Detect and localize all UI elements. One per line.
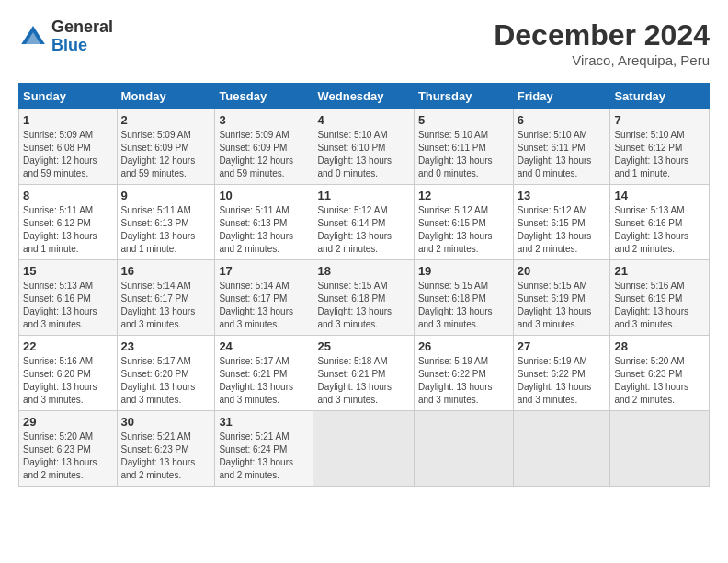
calendar-day-cell: 17Sunrise: 5:14 AM Sunset: 6:17 PM Dayli…	[215, 260, 313, 336]
day-number: 22	[23, 339, 113, 353]
day-info: Sunrise: 5:10 AM Sunset: 6:12 PM Dayligh…	[614, 129, 705, 180]
day-info: Sunrise: 5:10 AM Sunset: 6:10 PM Dayligh…	[317, 129, 409, 180]
day-number: 12	[418, 189, 509, 202]
calendar-day-cell	[414, 411, 513, 487]
day-number: 2	[121, 113, 211, 127]
day-number: 16	[121, 264, 211, 278]
logo-text: General Blue	[51, 18, 113, 55]
calendar-day-cell: 9Sunrise: 5:11 AM Sunset: 6:13 PM Daylig…	[117, 185, 215, 260]
day-info: Sunrise: 5:12 AM Sunset: 6:15 PM Dayligh…	[518, 204, 607, 256]
day-number: 5	[418, 113, 509, 127]
day-info: Sunrise: 5:16 AM Sunset: 6:20 PM Dayligh…	[23, 355, 113, 407]
logo: General Blue	[18, 18, 113, 55]
calendar-day-cell: 1Sunrise: 5:09 AM Sunset: 6:08 PM Daylig…	[19, 109, 118, 185]
calendar-day-cell: 25Sunrise: 5:18 AM Sunset: 6:21 PM Dayli…	[313, 336, 414, 411]
day-info: Sunrise: 5:21 AM Sunset: 6:24 PM Dayligh…	[219, 431, 309, 482]
day-of-week-header: Wednesday	[313, 84, 414, 109]
calendar-table: SundayMondayTuesdayWednesdayThursdayFrid…	[18, 83, 710, 487]
calendar-day-cell: 27Sunrise: 5:19 AM Sunset: 6:22 PM Dayli…	[513, 336, 610, 411]
day-number: 1	[23, 113, 113, 127]
day-number: 26	[418, 339, 509, 353]
calendar-day-cell: 12Sunrise: 5:12 AM Sunset: 6:15 PM Dayli…	[414, 185, 513, 260]
calendar-day-cell	[513, 411, 610, 487]
day-number: 11	[317, 189, 409, 202]
day-info: Sunrise: 5:11 AM Sunset: 6:12 PM Dayligh…	[23, 204, 113, 256]
calendar-day-cell: 15Sunrise: 5:13 AM Sunset: 6:16 PM Dayli…	[19, 260, 118, 336]
day-info: Sunrise: 5:13 AM Sunset: 6:16 PM Dayligh…	[23, 280, 113, 331]
calendar-day-cell: 26Sunrise: 5:19 AM Sunset: 6:22 PM Dayli…	[414, 336, 513, 411]
calendar-day-cell: 4Sunrise: 5:10 AM Sunset: 6:10 PM Daylig…	[313, 109, 414, 185]
calendar-day-cell: 2Sunrise: 5:09 AM Sunset: 6:09 PM Daylig…	[117, 109, 215, 185]
calendar-day-cell	[313, 411, 414, 487]
day-number: 15	[23, 264, 113, 278]
day-of-week-header: Friday	[513, 84, 610, 109]
calendar-day-cell: 20Sunrise: 5:15 AM Sunset: 6:19 PM Dayli…	[513, 260, 610, 336]
location: Viraco, Arequipa, Peru	[494, 52, 710, 68]
day-number: 20	[518, 264, 607, 278]
calendar-day-cell: 23Sunrise: 5:17 AM Sunset: 6:20 PM Dayli…	[117, 336, 215, 411]
day-number: 27	[518, 339, 607, 353]
day-info: Sunrise: 5:14 AM Sunset: 6:17 PM Dayligh…	[121, 280, 211, 331]
day-info: Sunrise: 5:20 AM Sunset: 6:23 PM Dayligh…	[614, 355, 705, 407]
day-number: 9	[121, 189, 211, 202]
calendar-day-cell: 24Sunrise: 5:17 AM Sunset: 6:21 PM Dayli…	[215, 336, 313, 411]
day-info: Sunrise: 5:11 AM Sunset: 6:13 PM Dayligh…	[219, 204, 309, 256]
day-info: Sunrise: 5:15 AM Sunset: 6:18 PM Dayligh…	[317, 280, 409, 331]
day-info: Sunrise: 5:15 AM Sunset: 6:18 PM Dayligh…	[418, 280, 509, 331]
day-number: 31	[219, 415, 309, 429]
day-number: 21	[614, 264, 705, 278]
title-block: December 2024 Viraco, Arequipa, Peru	[494, 18, 710, 68]
day-info: Sunrise: 5:11 AM Sunset: 6:13 PM Dayligh…	[121, 204, 211, 256]
calendar-day-cell: 28Sunrise: 5:20 AM Sunset: 6:23 PM Dayli…	[610, 336, 710, 411]
calendar-day-cell: 14Sunrise: 5:13 AM Sunset: 6:16 PM Dayli…	[610, 185, 710, 260]
calendar-day-cell	[610, 411, 710, 487]
calendar-body: 1Sunrise: 5:09 AM Sunset: 6:08 PM Daylig…	[19, 109, 710, 487]
day-info: Sunrise: 5:17 AM Sunset: 6:20 PM Dayligh…	[121, 355, 211, 407]
calendar-week-row: 29Sunrise: 5:20 AM Sunset: 6:23 PM Dayli…	[19, 411, 710, 487]
calendar-week-row: 1Sunrise: 5:09 AM Sunset: 6:08 PM Daylig…	[19, 109, 710, 185]
day-number: 13	[518, 189, 607, 202]
calendar-day-cell: 31Sunrise: 5:21 AM Sunset: 6:24 PM Dayli…	[215, 411, 313, 487]
day-of-week-header: Tuesday	[215, 84, 313, 109]
day-info: Sunrise: 5:10 AM Sunset: 6:11 PM Dayligh…	[418, 129, 509, 180]
day-number: 7	[614, 113, 705, 127]
day-info: Sunrise: 5:17 AM Sunset: 6:21 PM Dayligh…	[219, 355, 309, 407]
day-number: 29	[23, 415, 113, 429]
calendar-day-cell: 19Sunrise: 5:15 AM Sunset: 6:18 PM Dayli…	[414, 260, 513, 336]
day-number: 14	[614, 189, 705, 202]
day-info: Sunrise: 5:10 AM Sunset: 6:11 PM Dayligh…	[518, 129, 607, 180]
day-number: 8	[23, 189, 113, 202]
day-number: 10	[219, 189, 309, 202]
day-info: Sunrise: 5:19 AM Sunset: 6:22 PM Dayligh…	[518, 355, 607, 407]
calendar-day-cell: 13Sunrise: 5:12 AM Sunset: 6:15 PM Dayli…	[513, 185, 610, 260]
day-of-week-header: Sunday	[19, 84, 118, 109]
day-number: 28	[614, 339, 705, 353]
calendar-day-cell: 30Sunrise: 5:21 AM Sunset: 6:23 PM Dayli…	[117, 411, 215, 487]
calendar-day-cell: 3Sunrise: 5:09 AM Sunset: 6:09 PM Daylig…	[215, 109, 313, 185]
calendar-day-cell: 11Sunrise: 5:12 AM Sunset: 6:14 PM Dayli…	[313, 185, 414, 260]
day-of-week-header: Monday	[117, 84, 215, 109]
day-of-week-header: Thursday	[414, 84, 513, 109]
day-number: 30	[121, 415, 211, 429]
day-number: 23	[121, 339, 211, 353]
day-number: 19	[418, 264, 509, 278]
day-info: Sunrise: 5:09 AM Sunset: 6:09 PM Dayligh…	[121, 129, 211, 180]
day-number: 17	[219, 264, 309, 278]
day-number: 4	[317, 113, 409, 127]
page-header: General Blue December 2024 Viraco, Arequ…	[18, 18, 710, 68]
day-number: 3	[219, 113, 309, 127]
day-info: Sunrise: 5:12 AM Sunset: 6:14 PM Dayligh…	[317, 204, 409, 256]
calendar-week-row: 8Sunrise: 5:11 AM Sunset: 6:12 PM Daylig…	[19, 185, 710, 260]
calendar-day-cell: 8Sunrise: 5:11 AM Sunset: 6:12 PM Daylig…	[19, 185, 118, 260]
month-title: December 2024	[494, 18, 710, 52]
day-number: 24	[219, 339, 309, 353]
calendar-day-cell: 10Sunrise: 5:11 AM Sunset: 6:13 PM Dayli…	[215, 185, 313, 260]
day-info: Sunrise: 5:16 AM Sunset: 6:19 PM Dayligh…	[614, 280, 705, 331]
calendar-day-cell: 5Sunrise: 5:10 AM Sunset: 6:11 PM Daylig…	[414, 109, 513, 185]
day-info: Sunrise: 5:21 AM Sunset: 6:23 PM Dayligh…	[121, 431, 211, 482]
day-number: 6	[518, 113, 607, 127]
logo-icon	[18, 22, 48, 52]
calendar-header-row: SundayMondayTuesdayWednesdayThursdayFrid…	[19, 84, 710, 109]
day-info: Sunrise: 5:09 AM Sunset: 6:09 PM Dayligh…	[219, 129, 309, 180]
day-number: 25	[317, 339, 409, 353]
